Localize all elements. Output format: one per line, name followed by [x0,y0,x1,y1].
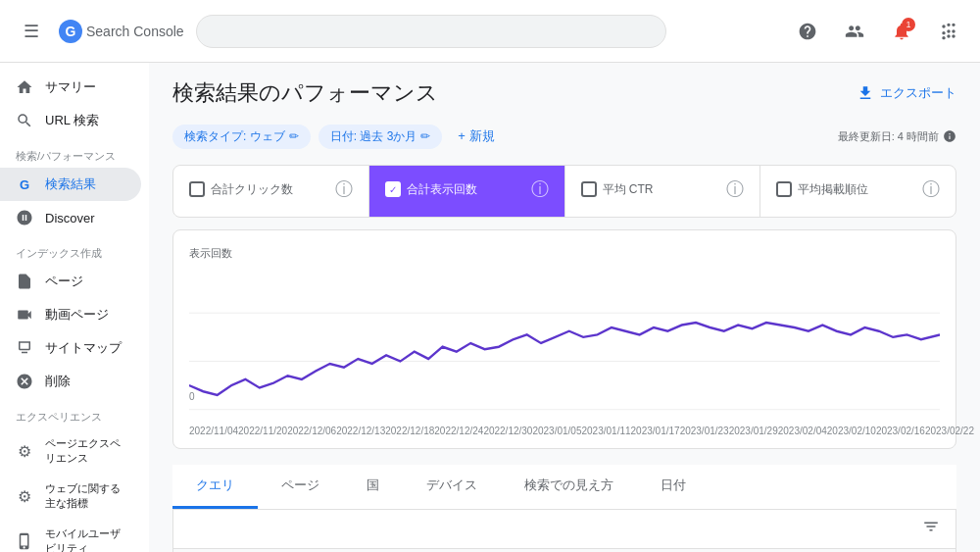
sidebar-item-url-check[interactable]: URL 検索 [0,104,141,137]
menu-icon[interactable]: ☰ [16,13,47,50]
chart-x-label-14: 2023/02/16 [876,426,925,436]
sidebar-item-page-exp[interactable]: ⚙ ページエクスペリエンス [0,428,141,474]
page-title: 検索結果のパフォーマンス [172,78,438,108]
sidebar-section-top: サマリー URL 検索 [0,71,149,137]
notification-badge: 1 [902,18,915,31]
sidebar-item-search-results[interactable]: G 検索結果 [0,168,141,201]
search-input[interactable] [196,15,666,48]
metric-clicks-checkbox [189,181,205,197]
metric-position-checkbox [776,181,792,197]
pages-icon [16,273,33,290]
filter-chip-type[interactable]: 検索タイプ: ウェブ ✏ [172,125,311,149]
chart-x-label-13: 2023/02/10 [827,426,876,436]
sidebar-item-removal[interactable]: 削除 [0,365,141,398]
header-actions: 1 [792,16,964,47]
table-toolbar [173,510,956,549]
tab-search-appearance[interactable]: 検索での見え方 [501,465,637,509]
search-results-icon: G [16,176,33,193]
chart-x-label-0: 2022/11/04 [189,426,238,436]
account-button[interactable] [839,16,870,47]
sidebar-label-page-exp: ページエクスペリエンス [45,436,125,466]
tab-query[interactable]: クエリ [172,465,258,509]
chart-x-label-11: 2023/01/29 [729,426,778,436]
chart-y-label: 表示回数 [189,238,940,265]
metric-position-info[interactable]: ⓘ [922,177,940,201]
sidebar-item-videos[interactable]: 動画ページ [0,298,141,331]
apps-button[interactable] [933,16,964,47]
metric-card-clicks[interactable]: 合計クリック数 ⓘ [173,166,369,217]
sidebar-label-mobile: モバイルユーザビリティ [45,527,125,552]
sidebar-item-core-web[interactable]: ⚙ ウェブに関する主な指標 [0,474,141,519]
sidebar-label-discover: Discover [45,211,95,226]
metric-ctr-checkbox [581,181,597,197]
chart-x-label-8: 2023/01/11 [582,426,631,436]
filter-bar: 検索タイプ: ウェブ ✏ 日付: 過去 3か月 ✏ + 新規 最終更新日: 4 … [149,116,980,157]
metric-clicks-info[interactable]: ⓘ [335,177,353,201]
chart-x-label-10: 2023/01/23 [680,426,729,436]
sidebar-label-removal: 削除 [45,373,71,390]
tab-date[interactable]: 日付 [637,465,710,509]
notification-button[interactable]: 1 [886,16,917,47]
chart-x-label-1: 2022/11/20 [238,426,287,436]
refresh-label: 最終更新日: 4 時間前 [838,129,939,144]
chart-zero-label: 0 [189,391,195,402]
sidebar-item-mobile[interactable]: モバイルユーザビリティ [0,519,141,552]
chart-x-label-12: 2023/02/04 [778,426,827,436]
tab-device[interactable]: デバイス [403,465,501,509]
videos-icon [16,306,33,324]
filter-chip-date-label: 日付: 過去 3か月 [330,128,417,145]
filter-chip-date-edit-icon: ✏ [420,129,430,143]
content-header: 検索結果のパフォーマンス エクスポート [149,63,980,116]
metric-impressions-info[interactable]: ⓘ [531,177,549,201]
metric-card-ctr[interactable]: 平均 CTR ⓘ [565,166,761,217]
tabs-bar: クエリ ページ 国 デバイス 検索での見え方 日付 [172,465,956,510]
sidebar-section-label-search: 検索/パフォーマンス [0,141,149,168]
sidebar-label-search-results: 検索結果 [45,176,96,193]
chart-x-label-2: 2022/12/06 [287,426,336,436]
filter-chip-date[interactable]: 日付: 過去 3か月 ✏ [318,125,443,149]
metric-card-impressions-header: 合計表示回数 ⓘ [385,177,549,201]
chart-wrapper: 表示回数 0 2022/11/04 2022/11/20 2022 [172,229,956,449]
refresh-info: 最終更新日: 4 時間前 [838,129,956,144]
metric-card-ctr-header: 平均 CTR ⓘ [581,177,745,201]
filter-chip-type-edit-icon: ✏ [289,129,299,143]
sidebar-item-summary[interactable]: サマリー [0,71,141,104]
chart-svg [189,265,940,422]
sidebar-label-pages: ページ [45,273,83,290]
new-filter-button[interactable]: + 新規 [450,124,502,149]
sidebar-item-discover[interactable]: Discover [0,201,141,234]
app-header: ☰ G Search Console 1 [0,0,980,63]
export-label: エクスポート [880,84,956,102]
metric-impressions-checkbox [385,181,401,197]
metric-card-position-header: 平均掲載順位 ⓘ [776,177,940,201]
sidebar-section-label-experience: エクスペリエンス [0,402,149,428]
chart-x-label-7: 2023/01/05 [532,426,581,436]
metric-card-position[interactable]: 平均掲載順位 ⓘ [760,166,956,217]
metric-ctr-info[interactable]: ⓘ [726,177,744,201]
sidebar-label-summary: サマリー [45,78,96,96]
metric-ctr-label: 平均 CTR [603,181,654,198]
app-title: Search Console [86,24,184,39]
chart-x-label-15: 2023/02/22 [925,426,974,436]
sidebar-item-pages[interactable]: ページ [0,265,141,298]
new-filter-label: + 新規 [458,127,494,145]
chart-panel: 表示回数 0 2022/11/04 2022/11/20 2022 [172,229,956,449]
help-button[interactable] [792,16,823,47]
home-icon [16,78,33,96]
sidebar-section-index: インデックス作成 ページ 動画ページ サイトマップ [0,238,149,398]
export-button[interactable]: エクスポート [857,84,956,102]
chart-x-label-3: 2022/12/13 [336,426,385,436]
removal-icon [16,373,33,390]
tab-pages[interactable]: ページ [258,465,343,509]
sidebar-label-sitemap: サイトマップ [45,339,122,357]
sidebar-label-core-web: ウェブに関する主な指標 [45,481,125,511]
metric-card-impressions[interactable]: 合計表示回数 ⓘ [369,166,565,217]
sidebar-section-search: 検索/パフォーマンス G 検索結果 Discover [0,141,149,234]
sidebar-item-sitemap[interactable]: サイトマップ [0,331,141,365]
data-table: 上位のクエリ 表示回数 [172,510,956,552]
page-exp-icon: ⚙ [16,442,33,460]
google-g-icon: G [59,20,82,43]
table-filter-icon[interactable] [922,518,940,540]
sidebar: サマリー URL 検索 検索/パフォーマンス G 検索結果 Discover [0,63,149,552]
tab-country[interactable]: 国 [343,465,403,509]
